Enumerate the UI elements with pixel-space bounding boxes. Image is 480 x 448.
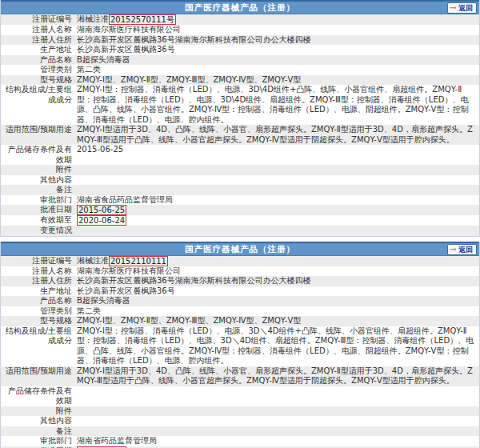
row-label: 适用范围/预期用途 (1, 125, 75, 145)
highlighted-value: 20152570111号 (109, 14, 176, 25)
row-value: 湖南海尔斯医疗科技有限公司 (75, 266, 479, 277)
row-label: 管理类别 (1, 306, 75, 317)
row-label: 附件 (1, 165, 75, 175)
table-row: 注册证编号 湘械注准20152570111号 (1, 14, 479, 25)
table-row: 其他内容 (1, 175, 479, 186)
row-label: 结构及组成/主要组成成分 (1, 85, 75, 125)
table-row: 备注 (1, 185, 479, 195)
row-label: 产品储存条件及有效期 (1, 386, 75, 406)
page: 国产医疗器械产品（注册） ➞返回 注册证编号 湘械注准20152570111号 … (0, 0, 480, 448)
row-value-text: ZMQY-Ⅰ型、ZMQY-Ⅱ型、ZMQY-Ⅲ型、ZMQY-Ⅳ型、ZMQY-Ⅴ型 (77, 75, 301, 84)
table-row: 注册人名称 湖南海尔斯医疗科技有限公司 (1, 25, 479, 35)
back-button[interactable]: ➞返回 (447, 244, 477, 255)
row-value: ZMQY-Ⅰ型：控制器、消毒组件（LED）、电源、3D＼4D组件+凸阵、线阵、小… (75, 326, 479, 366)
table-row: 附件 (1, 165, 479, 175)
row-value-text: B超探头消毒器 (77, 55, 130, 64)
row-value (75, 386, 479, 406)
table-row: 产品储存条件及有效期 (1, 386, 479, 406)
row-value: B超探头消毒器 (75, 296, 479, 306)
row-value (75, 175, 479, 186)
row-label: 适用范围/预期用途 (1, 366, 75, 386)
back-button[interactable]: ➞返回 (447, 2, 477, 14)
row-value-text: 第二类 (77, 65, 101, 74)
row-value: 长沙高新开发区麓枫路36号 (75, 45, 479, 55)
row-value: 第二类 (75, 65, 479, 75)
row-label: 注册人住所 (1, 35, 75, 46)
table-row: 管理类别 第二类 (1, 65, 479, 75)
table-row: 适用范围/预期用途 ZMQY-Ⅰ型适用于3D、4D、凸阵、线阵、小器官、扇形超声… (1, 366, 479, 386)
row-value-text: 湖南海尔斯医疗科技有限公司 (77, 25, 181, 34)
highlighted-value: 2015-06-25 (77, 205, 126, 215)
row-value: ZMQY-Ⅰ型适用于3D、4D、凸阵、线阵、小器官、扇形超声探头。ZMQY-Ⅱ型… (75, 366, 479, 386)
table-row: 备注 (1, 426, 479, 437)
row-value-text: 长沙高新开发区麓枫路36号湖南海尔斯科技有限公司办公大楼四楼 (77, 35, 311, 44)
table-row: 产品储存条件及有效期 2015-06-25 (1, 145, 479, 165)
table-row: 注册证编号 湘械注准20152110111 (1, 256, 479, 266)
row-label: 附件 (1, 406, 75, 417)
row-value (75, 406, 479, 417)
row-value: ZMQY-Ⅰ型：控制器、消毒组件（LED）、电源、3D\4D组件+凸阵、线阵、小… (75, 85, 479, 125)
back-arrow-icon: ➞ (450, 4, 457, 12)
highlighted-value: 20152110111 (109, 256, 168, 266)
table-row: 产品名称 B超探头消毒器 (1, 55, 479, 66)
row-label: 生产地址 (1, 286, 75, 297)
row-label: 产品储存条件及有效期 (1, 145, 75, 165)
row-label: 备注 (1, 185, 75, 195)
row-value-text: 湘械注准 (77, 256, 109, 265)
row-value (75, 226, 479, 236)
row-value: ZMQY-Ⅰ型、ZMQY-Ⅱ型、ZMQY-Ⅲ型、ZMQY-Ⅳ型、ZMQY-Ⅴ型 (75, 316, 479, 326)
row-label: 型号规格 (1, 75, 75, 86)
row-label: 变更情况 (1, 226, 75, 236)
table-row: 生产地址 长沙高新开发区麓枫路36号 (1, 286, 479, 297)
table-row: 型号规格 ZMQY-Ⅰ型、ZMQY-Ⅱ型、ZMQY-Ⅲ型、ZMQY-Ⅳ型、ZMQ… (1, 316, 479, 326)
table-title: 国产医疗器械产品（注册） (1, 243, 479, 255)
row-value-text: 长沙高新开发区麓枫路36号 (77, 286, 175, 295)
row-value: 第二类 (75, 306, 479, 317)
row-value: ZMQY-Ⅰ型、ZMQY-Ⅱ型、ZMQY-Ⅲ型、ZMQY-Ⅳ型、ZMQY-Ⅴ型 (75, 75, 479, 86)
row-value-text: ZMQY-Ⅰ型：控制器、消毒组件（LED）、电源、3D＼4D组件+凸阵、线阵、小… (77, 326, 474, 366)
row-value-text: ZMQY-Ⅰ型适用于3D、4D、凸阵、线阵、小器官、扇形超声探头。ZMQY-Ⅱ型… (77, 366, 473, 386)
row-value-text: ZMQY-Ⅰ型适用于3D、4D、凸阵、线阵、小器官、扇形超声探头。ZMQY-Ⅱ型… (77, 125, 473, 144)
row-value-text: 2015-06-25 (77, 145, 123, 154)
row-label: 审批部门 (1, 436, 75, 446)
row-value (75, 185, 479, 195)
row-value-text: B超探头消毒器 (77, 296, 130, 305)
row-value: B超探头消毒器 (75, 55, 479, 66)
table-row: 注册人名称 湖南海尔斯医疗科技有限公司 (1, 266, 479, 277)
row-label: 有效期至 (1, 215, 75, 226)
row-label: 产品名称 (1, 296, 75, 306)
row-label: 注册证编号 (1, 256, 75, 266)
table-row: 型号规格 ZMQY-Ⅰ型、ZMQY-Ⅱ型、ZMQY-Ⅲ型、ZMQY-Ⅳ型、ZMQ… (1, 75, 479, 86)
table-rows: 注册证编号 湘械注准20152110111 注册人名称 湖南海尔斯医疗科技有限公… (1, 256, 479, 448)
row-label: 注册人名称 (1, 266, 75, 277)
table-row: 审批部门 湖南省药品监督管理局 (1, 436, 479, 446)
row-value: 湘械注准20152570111号 (75, 14, 479, 25)
registration-table: 国产医疗器械产品（注册） ➞返回 注册证编号 湘械注准20152110111 注… (0, 242, 480, 448)
row-value: 2020-06-24 (75, 215, 479, 226)
row-value-text: 长沙高新开发区麓枫路36号 (77, 45, 175, 54)
row-value: 湘械注准20152110111 (75, 256, 479, 266)
row-value (75, 416, 479, 426)
row-label: 生产地址 (1, 45, 75, 55)
registration-table: 国产医疗器械产品（注册） ➞返回 注册证编号 湘械注准20152570111号 … (0, 0, 480, 237)
row-label: 其他内容 (1, 175, 75, 186)
row-value-text: 湘械注准 (77, 14, 109, 23)
row-label: 管理类别 (1, 65, 75, 75)
row-value-text: 湖南省药品监督管理局 (77, 436, 157, 445)
back-arrow-icon: ➞ (450, 246, 457, 254)
row-value-text: 第二类 (77, 306, 101, 315)
row-value-text: 湖南海尔斯医疗科技有限公司 (77, 266, 181, 275)
row-label: 型号规格 (1, 316, 75, 326)
table-row: 批准日期 2015-06-25 (1, 205, 479, 215)
table-header-bar: 国产医疗器械产品（注册） ➞返回 (1, 0, 479, 14)
row-value: 长沙高新开发区麓枫路36号湖南海尔斯科技有限公司办公大楼四楼 (75, 35, 479, 46)
row-label: 批准日期 (1, 205, 75, 215)
row-value: 湖南海尔斯医疗科技有限公司 (75, 25, 479, 35)
row-value: 2015-06-25 (75, 205, 479, 215)
table-row: 变更情况 (1, 226, 479, 236)
table-row: 管理类别 第二类 (1, 306, 479, 317)
row-value-text: ZMQY-Ⅰ型：控制器、消毒组件（LED）、电源、3D\4D组件+凸阵、线阵、小… (77, 85, 468, 124)
row-value (75, 426, 479, 437)
row-label: 备注 (1, 426, 75, 437)
row-value (75, 165, 479, 175)
